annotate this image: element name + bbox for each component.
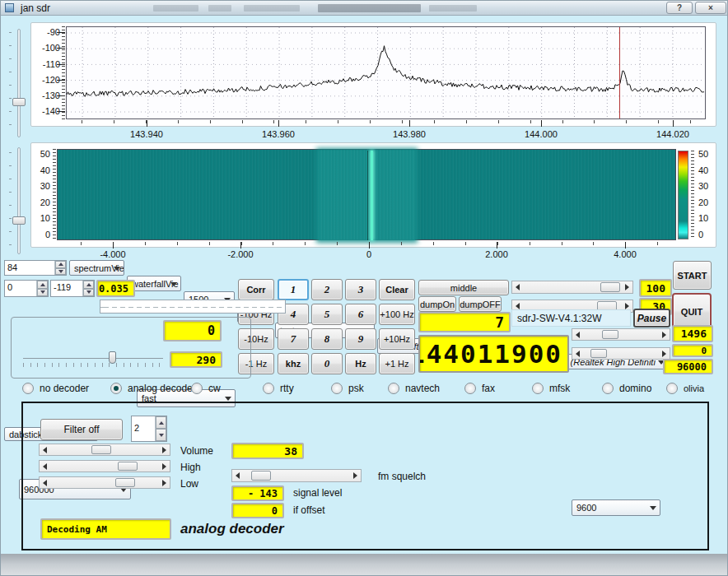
scroll-left-icon[interactable] bbox=[40, 477, 50, 488]
scroll-thumb[interactable] bbox=[602, 330, 618, 339]
spin-down-icon[interactable] bbox=[37, 289, 48, 297]
filter-button[interactable]: Filter off bbox=[40, 419, 123, 440]
start-button[interactable]: START bbox=[673, 261, 712, 290]
waterfall-gain-slider[interactable] bbox=[17, 147, 21, 254]
rate-scrollbar[interactable] bbox=[572, 328, 670, 341]
spin-down-icon[interactable] bbox=[55, 268, 66, 276]
spin-up-icon[interactable] bbox=[83, 281, 94, 289]
if-offset-label: if offset bbox=[293, 504, 324, 516]
device-status-field[interactable] bbox=[100, 300, 286, 314]
threshold-spinner[interactable]: -119 bbox=[50, 280, 95, 297]
tuner-slider-track[interactable] bbox=[23, 358, 163, 359]
key-8[interactable]: 8 bbox=[311, 328, 343, 350]
waterfall-gain-slider-thumb[interactable] bbox=[12, 216, 26, 225]
low-label: Low bbox=[180, 478, 198, 490]
scroll-track[interactable] bbox=[523, 281, 622, 293]
decoder-radio-olivia[interactable]: olivia bbox=[666, 383, 704, 394]
titlebar-artifact bbox=[318, 4, 421, 12]
decoder-radio-rtty[interactable]: rtty bbox=[263, 383, 294, 394]
decoder-radio-fax[interactable]: fax bbox=[464, 383, 495, 394]
scroll-thumb[interactable] bbox=[600, 282, 620, 292]
scroll-track[interactable] bbox=[243, 470, 350, 481]
clear-button[interactable]: Clear bbox=[379, 279, 415, 300]
key-0[interactable]: 0 bbox=[311, 353, 343, 374]
high-slider[interactable] bbox=[39, 460, 170, 472]
dump-off-button[interactable]: dumpOFF bbox=[459, 296, 502, 312]
waterfall-x-tick: 4.000 bbox=[600, 249, 650, 259]
radio-icon bbox=[331, 383, 343, 394]
spin-up-icon[interactable] bbox=[55, 261, 66, 268]
scroll-track[interactable] bbox=[583, 329, 659, 340]
spectrum-gain-slider[interactable] bbox=[17, 29, 21, 137]
plus-100hz-button[interactable]: +100 Hz bbox=[379, 304, 415, 325]
key-3[interactable]: 3 bbox=[345, 279, 376, 300]
key-1[interactable]: 1 bbox=[278, 279, 309, 300]
pause-button[interactable]: Pause bbox=[633, 309, 670, 327]
scroll-right-icon[interactable] bbox=[659, 329, 670, 340]
plus-10hz-button[interactable]: +10Hz bbox=[379, 328, 415, 350]
key-label: Corr bbox=[246, 285, 265, 295]
spin-down-icon[interactable] bbox=[156, 429, 166, 441]
corr-button[interactable]: Corr bbox=[238, 279, 274, 300]
scroll-thumb[interactable] bbox=[590, 349, 607, 358]
key-5[interactable]: 5 bbox=[311, 304, 343, 325]
scroll-track[interactable] bbox=[50, 477, 159, 488]
scroll-track[interactable] bbox=[50, 444, 159, 455]
spin-up-icon[interactable] bbox=[37, 281, 48, 289]
waterfall-display[interactable] bbox=[57, 149, 676, 240]
middle-button[interactable]: middle bbox=[418, 280, 509, 295]
scroll-right-icon[interactable] bbox=[159, 477, 170, 488]
filter-order-spinner[interactable]: 2 bbox=[131, 416, 167, 442]
help-button[interactable]: ? bbox=[666, 2, 693, 14]
scroll-left-icon[interactable] bbox=[40, 461, 50, 471]
waterfall-x-tick: -2.000 bbox=[216, 249, 265, 259]
scroll-thumb[interactable] bbox=[115, 478, 135, 487]
close-button[interactable]: × bbox=[695, 2, 726, 14]
spin-up-icon[interactable] bbox=[156, 416, 166, 429]
spectrum-gain-slider-thumb[interactable] bbox=[12, 98, 26, 106]
scroll-right-icon[interactable] bbox=[159, 444, 170, 455]
scroll-thumb[interactable] bbox=[91, 445, 111, 454]
volume-slider[interactable] bbox=[39, 444, 170, 456]
key-9[interactable]: 9 bbox=[345, 328, 376, 350]
tuner-slider-thumb[interactable] bbox=[109, 351, 116, 364]
scroll-thumb[interactable] bbox=[118, 462, 138, 471]
scroll-left-icon[interactable] bbox=[572, 348, 583, 359]
fm-squelch-slider[interactable] bbox=[231, 469, 362, 482]
key-2[interactable]: 2 bbox=[311, 279, 343, 300]
scroll-right-icon[interactable] bbox=[659, 348, 670, 359]
fft-size-spinner[interactable]: 84 bbox=[4, 260, 67, 276]
low-slider[interactable] bbox=[39, 476, 170, 489]
spin-down-icon[interactable] bbox=[83, 289, 94, 297]
scroll-left-icon[interactable] bbox=[572, 329, 583, 340]
scroll-left-icon[interactable] bbox=[232, 470, 243, 481]
scroll-right-icon[interactable] bbox=[159, 461, 170, 471]
scroll-left-icon[interactable] bbox=[512, 281, 523, 293]
decoder-radio-domino[interactable]: domino bbox=[602, 383, 651, 394]
plus-1hz-button[interactable]: +1 Hz bbox=[379, 353, 415, 374]
spectrum-plot[interactable] bbox=[66, 26, 706, 119]
decoder-radio-no-decoder[interactable]: no decoder bbox=[22, 383, 89, 394]
decoder-radio-psk[interactable]: psk bbox=[331, 383, 364, 394]
key-6[interactable]: 6 bbox=[345, 304, 376, 325]
scroll-track[interactable] bbox=[583, 348, 659, 359]
khz-button[interactable]: khz bbox=[278, 353, 309, 374]
key-label: 6 bbox=[358, 308, 364, 321]
decoder-radio-cw[interactable]: cw bbox=[191, 383, 221, 394]
decoder-radio-navtech[interactable]: navtech bbox=[388, 383, 440, 394]
gain-scrollbar[interactable] bbox=[511, 281, 633, 294]
hz-button[interactable]: Hz bbox=[345, 353, 376, 374]
scroll-thumb[interactable] bbox=[251, 471, 271, 481]
offset-scrollbar[interactable] bbox=[572, 347, 670, 360]
scroll-left-icon[interactable] bbox=[40, 444, 50, 455]
radio-label: analog decoder bbox=[128, 383, 196, 394]
scroll-right-icon[interactable] bbox=[622, 281, 632, 293]
scroll-right-icon[interactable] bbox=[350, 470, 361, 481]
key-7[interactable]: 7 bbox=[278, 328, 309, 350]
dump-on-button[interactable]: dumpOn bbox=[418, 296, 456, 312]
scroll-track[interactable] bbox=[50, 461, 159, 471]
spectrum-view-combo[interactable]: spectrumVie bbox=[69, 260, 124, 276]
decoder-radio-analog-decoder[interactable]: analog decoder bbox=[110, 383, 196, 394]
decoder-radio-mfsk[interactable]: mfsk bbox=[532, 383, 570, 394]
offset-spinner[interactable]: 0 bbox=[4, 280, 49, 297]
